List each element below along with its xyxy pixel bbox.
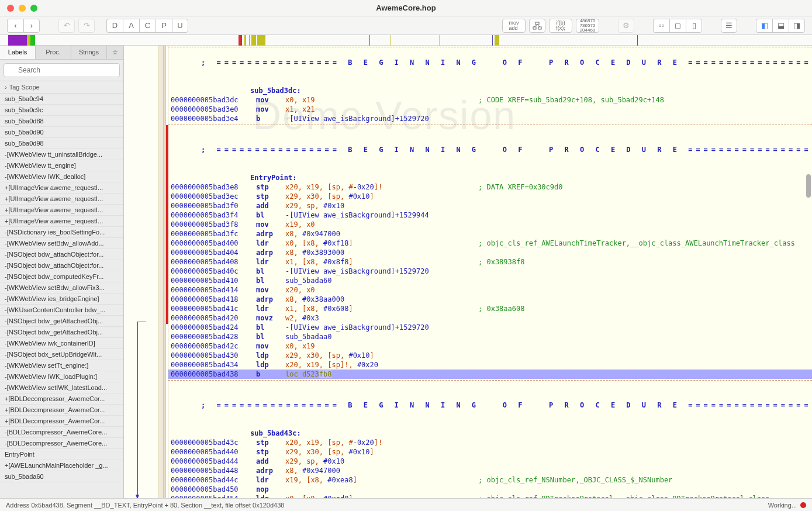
symbol-item[interactable]: -[NSObject bdx_setUpBridgeWit... — [0, 349, 123, 360]
panel-bottom-button[interactable]: ⬓ — [772, 19, 789, 33]
symbol-list[interactable]: sub_5ba0c94sub_5ba0c9csub_5ba0d88sub_5ba… — [0, 94, 123, 498]
symbol-item[interactable]: sub_5ba0c94 — [0, 94, 123, 105]
navigation-map[interactable] — [0, 35, 812, 46]
asm-line[interactable]: 0000000005bad428blsub_5badaa0 — [168, 332, 812, 341]
asm-body[interactable]: ; ================ B E G I N N I N G O F… — [168, 46, 812, 498]
asm-line[interactable]: 0000000005bad44cldrx19, [x8, #0xea8]; ob… — [168, 475, 812, 485]
asm-line[interactable]: 0000000005bad444addx29, sp, #0x10 — [168, 457, 812, 466]
asm-line[interactable]: 0000000005bad3e4b-[UIView awe_isBackgrou… — [168, 114, 812, 123]
nav-back-button[interactable]: ‹ — [7, 19, 23, 33]
asm-line[interactable]: 0000000005bad454ldrx0, [x8, #0xed0]; obj… — [168, 494, 812, 498]
symbol-item[interactable]: -[WKWebView IWK_loadPlugin:] — [0, 371, 123, 382]
symbol-item[interactable]: -[NSObject bdw_attachObject:for... — [0, 260, 123, 271]
asm-line[interactable]: 0000000005bad40cbl-[UIView awe_isBackgro… — [168, 267, 812, 276]
symbol-item[interactable]: sub_5bada60 — [0, 471, 123, 482]
type-a-button[interactable]: A — [123, 19, 139, 33]
tab-strings[interactable]: Strings — [71, 46, 107, 59]
symbol-item[interactable]: -[WKWebView setBdw_allowFix3... — [0, 282, 123, 294]
mode-cfg-button[interactable] — [529, 19, 545, 33]
mode-hex-button[interactable]: 486870 786572 204469 — [576, 19, 599, 33]
asm-line[interactable]: 0000000005bad408ldrx1, [x8, #0x8f8]; 0x3… — [168, 257, 812, 267]
panel-left-button[interactable]: ◧ — [756, 19, 772, 33]
asm-line[interactable]: 0000000005bad440stpx29, x30, [sp, #0x10] — [168, 447, 812, 457]
symbol-item[interactable]: -[WKWebView setIWK_latestLoad... — [0, 382, 123, 393]
symbol-item[interactable]: +[BDLDecompressor_AwemeCor... — [0, 405, 123, 416]
asm-line[interactable]: 0000000005bad43cstpx20, x19, [sp, #-0x20… — [168, 438, 812, 447]
symbol-item[interactable]: -[WKWebView ies_bridgeEngine] — [0, 294, 123, 305]
symbol-item[interactable]: sub_5ba0d90 — [0, 127, 123, 138]
mode-asm-button[interactable]: mov add — [502, 19, 526, 33]
search-input[interactable] — [4, 63, 120, 77]
mode-pseudo-button[interactable]: if(b) f(x); — [549, 19, 572, 33]
asm-line[interactable]: 0000000005bad41cldrx1, [x8, #0x608]; 0x3… — [168, 304, 812, 313]
asm-line[interactable]: 0000000005bad3fcadrpx8, #0x947000 — [168, 229, 812, 239]
tab-labels[interactable]: Labels — [0, 46, 36, 59]
nav-forward-button[interactable]: › — [23, 19, 40, 33]
tab-proc[interactable]: Proc. — [36, 46, 71, 59]
svg-rect-0 — [535, 22, 539, 25]
layout-4-button[interactable]: ☰ — [721, 19, 737, 33]
tab-star[interactable]: ☆ — [107, 46, 123, 59]
asm-line[interactable]: 0000000005bad418adrpx8, #0x38aa000 — [168, 295, 812, 304]
asm-line[interactable]: 0000000005bad430ldpx29, x30, [sp, #0x10] — [168, 351, 812, 360]
redo-button[interactable]: ↷ — [78, 19, 95, 33]
maximize-button[interactable] — [30, 5, 37, 12]
asm-line[interactable]: 0000000005bad3e0movx1, x21 — [168, 105, 812, 114]
symbol-item[interactable]: -[BDLDecompressor_AwemeCore... — [0, 438, 123, 449]
asm-line[interactable]: 0000000005bad434ldpx20, x19, [sp]!, #0x2… — [168, 360, 812, 370]
asm-line[interactable]: 0000000005bad448adrpx8, #0x947000 — [168, 466, 812, 475]
layout-3-button[interactable]: ▯ — [686, 19, 702, 33]
symbol-item[interactable]: -[WKWebView setBdw_allowAdd... — [0, 238, 123, 249]
type-d-button[interactable]: D — [106, 19, 123, 33]
asm-line[interactable]: 0000000005bad3f0addx29, sp, #0x10 — [168, 201, 812, 210]
symbol-item[interactable]: +[UIImageView aweme_requestI... — [0, 205, 123, 216]
asm-line[interactable]: 0000000005bad438bloc_d523fb8 — [168, 370, 812, 379]
symbol-item[interactable]: -[WKWebView setTt_engine:] — [0, 360, 123, 371]
type-u-button[interactable]: U — [172, 19, 188, 33]
symbol-item[interactable]: +[UIImageView aweme_requestI... — [0, 182, 123, 194]
symbol-item[interactable]: +[BDLDecompressor_AwemeCor... — [0, 393, 123, 405]
symbol-item[interactable]: -[NSObject bdw_computedKeyFr... — [0, 271, 123, 282]
symbol-item[interactable]: -[WKUserContentController bdw_... — [0, 305, 123, 316]
symbol-item[interactable]: +[AWELaunchMainPlaceholder _g... — [0, 460, 123, 471]
type-c-button[interactable]: C — [139, 19, 156, 33]
minimize-button[interactable] — [19, 5, 26, 12]
symbol-item[interactable]: sub_5ba0c9c — [0, 105, 123, 116]
debug-button[interactable]: ⚙ — [618, 19, 634, 33]
close-button[interactable] — [7, 5, 14, 12]
layout-1-button[interactable]: ▫▫ — [653, 19, 669, 33]
symbol-item[interactable]: +[BDLDecompressor_AwemeCor... — [0, 416, 123, 427]
panel-right-button[interactable]: ◨ — [789, 19, 805, 33]
asm-line[interactable]: 0000000005bad420movzw2, #0x3 — [168, 313, 812, 323]
symbol-item[interactable]: -[WKWebView IWK_dealloc] — [0, 171, 123, 182]
asm-line[interactable]: 0000000005bad3f8movx19, x0 — [168, 220, 812, 229]
type-p-button[interactable]: P — [156, 19, 172, 33]
symbol-item[interactable]: -[WKWebView iwk_containerID] — [0, 338, 123, 349]
symbol-item[interactable]: -[NSObject bdw_attachObject:for... — [0, 249, 123, 260]
asm-line[interactable]: 0000000005bad3dcmovx0, x19; CODE XREF=su… — [168, 95, 812, 105]
asm-line[interactable]: 0000000005bad414movx20, x0 — [168, 285, 812, 295]
asm-line[interactable]: 0000000005bad42cmovx0, x19 — [168, 341, 812, 351]
symbol-item[interactable]: +[UIImageView aweme_requestI... — [0, 216, 123, 227]
undo-button[interactable]: ↶ — [58, 19, 75, 33]
asm-line[interactable]: 0000000005bad424bl-[UIView awe_isBackgro… — [168, 323, 812, 332]
tag-scope-toggle[interactable]: Tag Scope — [0, 81, 123, 94]
symbol-item[interactable]: -[NSDictionary ies_boolSettingFo... — [0, 227, 123, 238]
asm-line[interactable]: 0000000005bad3ecstpx29, x30, [sp, #0x10] — [168, 192, 812, 201]
layout-2-button[interactable]: ◻ — [669, 19, 686, 33]
asm-line[interactable]: 0000000005bad3e8stpx20, x19, [sp, #-0x20… — [168, 182, 812, 192]
asm-line[interactable]: 0000000005bad450nop — [168, 485, 812, 494]
asm-line[interactable]: 0000000005bad400ldrx0, [x8, #0xf18]; obj… — [168, 239, 812, 248]
symbol-item[interactable]: EntryPoint — [0, 449, 123, 460]
symbol-item[interactable]: -[NSObject bdw_getAttachedObj... — [0, 316, 123, 327]
symbol-item[interactable]: sub_5ba0d88 — [0, 116, 123, 127]
asm-line[interactable]: 0000000005bad410blsub_5bada60 — [168, 276, 812, 285]
symbol-item[interactable]: -[WKWebView tt_uninstallBridge... — [0, 149, 123, 160]
symbol-item[interactable]: sub_5ba0d98 — [0, 138, 123, 149]
symbol-item[interactable]: +[UIImageView aweme_requestI... — [0, 194, 123, 205]
asm-line[interactable]: 0000000005bad404adrpx8, #0x3893000 — [168, 248, 812, 257]
symbol-item[interactable]: -[BDLDecompressor_AwemeCore... — [0, 427, 123, 438]
asm-line[interactable]: 0000000005bad3f4bl-[UIView awe_isBackgro… — [168, 210, 812, 220]
symbol-item[interactable]: -[WKWebView tt_engine] — [0, 160, 123, 171]
symbol-item[interactable]: -[NSObject bdw_getAttachedObj... — [0, 327, 123, 338]
